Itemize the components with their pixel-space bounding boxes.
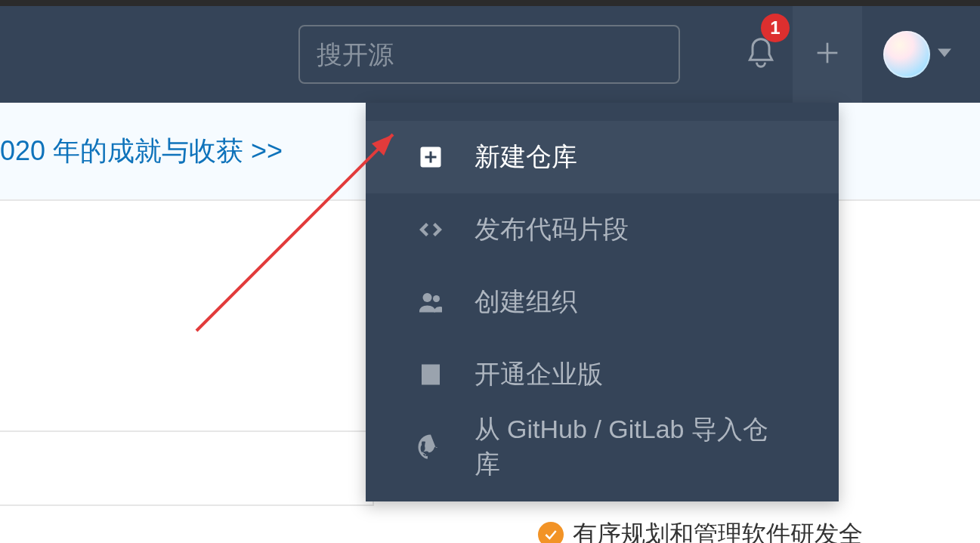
- github-icon: [413, 433, 449, 461]
- users-icon: [413, 288, 449, 316]
- chevron-down-icon: [938, 46, 951, 63]
- building-icon: [413, 361, 449, 388]
- browser-top-strip: [0, 0, 980, 6]
- menu-item-label: 开通企业版: [475, 357, 603, 392]
- search-input[interactable]: [298, 25, 680, 84]
- svg-point-5: [423, 293, 432, 302]
- avatar: [883, 31, 930, 78]
- menu-item-new-org[interactable]: 创建组织: [366, 266, 839, 338]
- main-navbar: 1: [0, 6, 980, 103]
- footer-note: 有序规划和管理软件研发全: [538, 518, 863, 543]
- plus-icon: [812, 38, 842, 71]
- svg-rect-4: [425, 156, 437, 159]
- create-button[interactable]: [793, 6, 862, 103]
- menu-item-label: 发布代码片段: [475, 212, 629, 247]
- card-border: [0, 504, 374, 506]
- navbar-right-group: 1: [735, 6, 980, 103]
- menu-item-label: 新建仓库: [475, 140, 577, 174]
- svg-point-6: [433, 295, 440, 302]
- menu-item-new-snippet[interactable]: 发布代码片段: [366, 193, 839, 266]
- notifications-button[interactable]: 1: [735, 6, 787, 103]
- announcement-link[interactable]: 020 年的成就与收获 >>: [0, 133, 283, 170]
- notification-badge: 1: [761, 14, 790, 42]
- plus-square-icon: [413, 143, 449, 171]
- menu-item-label: 从 GitHub / GitLab 导入仓库: [475, 412, 792, 482]
- menu-item-label: 创建组织: [475, 285, 577, 319]
- user-menu-button[interactable]: [883, 31, 951, 78]
- menu-item-new-repo[interactable]: 新建仓库: [366, 121, 839, 193]
- menu-item-enterprise[interactable]: 开通企业版: [366, 338, 839, 411]
- footer-note-text: 有序规划和管理软件研发全: [573, 518, 863, 543]
- menu-item-import-repo[interactable]: 从 GitHub / GitLab 导入仓库: [366, 411, 839, 483]
- check-circle-icon: [538, 522, 564, 543]
- card-border: [0, 430, 374, 432]
- code-icon: [413, 216, 449, 243]
- create-dropdown: 新建仓库 发布代码片段 创建组织 开通企业版 从 GitHub / GitLab…: [366, 103, 839, 501]
